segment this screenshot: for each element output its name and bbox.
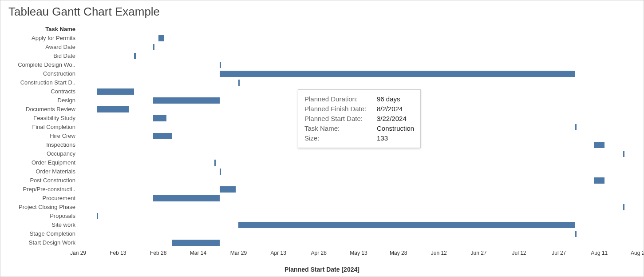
task-row	[78, 221, 639, 229]
axis-tick: May 28	[390, 250, 407, 256]
chart-title: Tableau Gantt Chart Example	[0, 0, 644, 19]
gantt-bar[interactable]	[238, 80, 240, 86]
task-row	[78, 229, 639, 238]
axis-tick: Feb 28	[150, 250, 166, 256]
task-label: Post Construction	[0, 176, 78, 185]
task-label: Construction	[0, 69, 78, 78]
task-label: Bid Date	[0, 52, 78, 60]
task-row	[78, 149, 639, 158]
gantt-bar[interactable]	[153, 195, 220, 201]
axis-tick: Feb 13	[110, 250, 126, 256]
x-axis-label: Planned Start Date [2024]	[284, 266, 360, 273]
row-labels-column: Task Name Apply for PermitsAward DateBid…	[0, 25, 78, 250]
task-label: Procurement	[0, 194, 78, 203]
task-row	[78, 194, 639, 203]
task-label: Construction Start D..	[0, 78, 78, 87]
tooltip-row: Size:133	[304, 133, 414, 143]
axis-tick: Aug 11	[591, 250, 608, 256]
tooltip-value: 8/2/2024	[377, 104, 403, 114]
tooltip-key: Planned Duration:	[304, 94, 373, 104]
gantt-bar[interactable]	[214, 160, 216, 166]
gantt-bar[interactable]	[220, 186, 236, 193]
task-label: Start Design Work	[0, 238, 78, 247]
task-row	[78, 176, 639, 185]
task-label: Occupancy	[0, 149, 78, 158]
task-row	[78, 167, 639, 176]
task-label: Prep/Pre-constructi..	[0, 185, 78, 194]
gantt-bar[interactable]	[220, 169, 221, 175]
axis-tick: Jul 27	[552, 250, 566, 256]
tooltip: Planned Duration:96 daysPlanned Finish D…	[298, 89, 421, 148]
task-label: Final Completion	[0, 123, 78, 132]
tooltip-key: Planned Start Date:	[304, 114, 373, 124]
gantt-bar[interactable]	[134, 53, 135, 59]
gantt-bar[interactable]	[594, 142, 604, 148]
tooltip-key: Size:	[304, 133, 373, 143]
task-label: Documents Review	[0, 105, 78, 114]
gantt-bar[interactable]	[575, 124, 577, 130]
task-row	[78, 52, 639, 60]
task-row	[78, 203, 639, 212]
task-label: Order Equipment	[0, 158, 78, 167]
gantt-bar[interactable]	[97, 213, 98, 219]
task-row	[78, 238, 639, 247]
tooltip-key: Planned Finish Date:	[304, 104, 373, 114]
row-header: Task Name	[0, 25, 78, 34]
task-label: Hire Crew	[0, 132, 78, 141]
task-row	[78, 185, 639, 194]
gantt-bar[interactable]	[220, 71, 575, 77]
tooltip-value: Construction	[377, 124, 414, 133]
gantt-bar[interactable]	[575, 231, 577, 237]
task-row	[78, 34, 639, 43]
gantt-bar[interactable]	[172, 240, 220, 246]
task-label: Order Materials	[0, 167, 78, 176]
gantt-bar[interactable]	[623, 151, 624, 157]
gantt-bar[interactable]	[158, 35, 164, 41]
x-axis: Jan 29Feb 13Feb 28Mar 14Mar 29Apr 13Apr …	[78, 250, 639, 259]
gantt-bar[interactable]	[97, 106, 129, 112]
gantt-bar[interactable]	[153, 44, 154, 50]
gantt-bar[interactable]	[153, 115, 166, 121]
gantt-bar[interactable]	[153, 133, 172, 139]
gantt-bar[interactable]	[220, 62, 221, 68]
task-row	[78, 60, 639, 69]
task-label: Award Date	[0, 43, 78, 52]
task-label: Project Closing Phase	[0, 203, 78, 212]
axis-tick: Jan 29	[70, 250, 86, 256]
axis-tick: Jun 27	[470, 250, 486, 256]
axis-tick: Aug 26	[631, 250, 644, 256]
gantt-bar[interactable]	[97, 88, 134, 95]
task-label: Complete Design Wo..	[0, 60, 78, 69]
axis-tick: Apr 13	[271, 250, 286, 256]
axis-tick: Mar 29	[230, 250, 247, 256]
task-row	[78, 43, 639, 52]
gantt-bar[interactable]	[623, 204, 624, 210]
chart-frame: Tableau Gantt Chart Example Task Name Ap…	[0, 0, 644, 277]
task-label: Apply for Permits	[0, 34, 78, 43]
tooltip-row: Task Name:Construction	[304, 124, 414, 133]
axis-tick: Jun 12	[431, 250, 447, 256]
task-label: Contracts	[0, 87, 78, 96]
axis-tick: Jul 12	[512, 250, 526, 256]
task-label: Feasibility Study	[0, 114, 78, 123]
tooltip-row: Planned Duration:96 days	[304, 94, 414, 104]
task-label: Proposals	[0, 212, 78, 221]
task-label: Stage Completion	[0, 229, 78, 238]
gantt-bar[interactable]	[153, 97, 220, 104]
axis-tick: Apr 28	[311, 250, 327, 256]
tooltip-value: 133	[377, 133, 388, 143]
task-label: Inspections	[0, 141, 78, 149]
task-label: Site work	[0, 221, 78, 229]
tooltip-key: Task Name:	[304, 124, 373, 133]
tooltip-value: 3/22/2024	[377, 114, 407, 124]
gantt-bar[interactable]	[238, 222, 575, 228]
task-row	[78, 212, 639, 221]
tooltip-row: Planned Start Date:3/22/2024	[304, 114, 414, 124]
tooltip-value: 96 days	[377, 94, 400, 104]
axis-tick: May 13	[350, 250, 367, 256]
tooltip-row: Planned Finish Date:8/2/2024	[304, 104, 414, 114]
task-row	[78, 78, 639, 87]
gantt-bar[interactable]	[594, 177, 604, 184]
task-row	[78, 158, 639, 167]
task-label: Design	[0, 96, 78, 105]
